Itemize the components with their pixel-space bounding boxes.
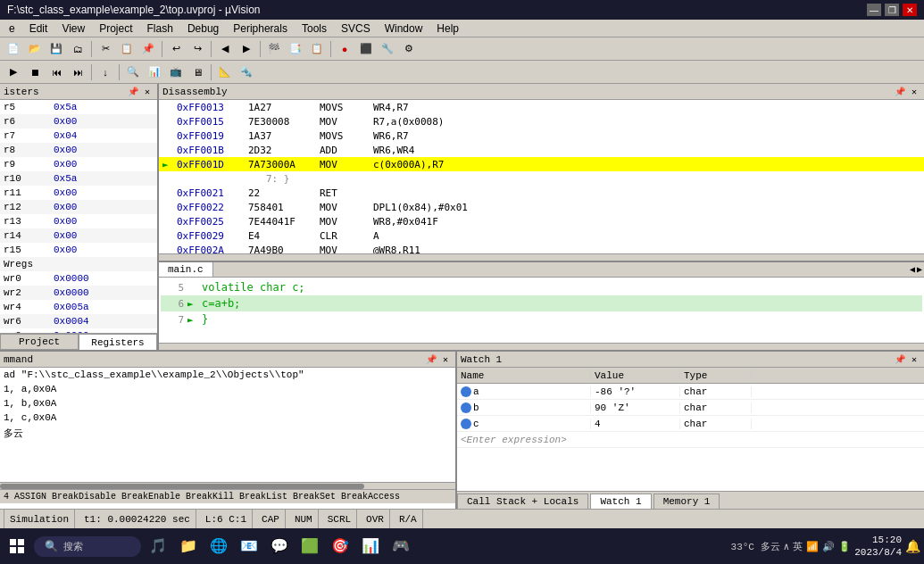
taskbar-app5[interactable]: 💬 (266, 533, 293, 560)
tray-wifi-icon[interactable]: 📶 (806, 541, 819, 552)
taskbar-app6[interactable]: 🟩 (296, 533, 323, 560)
tb-cut[interactable]: ✂ (96, 40, 115, 58)
menu-view[interactable]: View (54, 21, 92, 37)
watch-pin-icon[interactable]: 📌 (894, 353, 906, 366)
tb-undo[interactable]: ↩ (166, 40, 186, 58)
command-close-icon[interactable]: ✕ (439, 353, 452, 366)
tb2-3[interactable]: ⏮ (46, 63, 66, 81)
tb-open[interactable]: 📂 (25, 40, 45, 58)
tb2-6[interactable]: 📊 (145, 63, 164, 81)
source-next-icon[interactable]: ▶ (917, 264, 922, 275)
menu-peripherals[interactable]: Peripherals (226, 21, 295, 37)
disassembly-hscroll[interactable] (159, 253, 924, 261)
minimize-button[interactable]: — (867, 4, 881, 16)
disassembly-pin-icon[interactable]: 📌 (894, 86, 906, 98)
tb-nav-fwd[interactable]: ▶ (237, 40, 256, 58)
watch-col-type-header: Type (680, 370, 752, 381)
watch-enter-expr[interactable]: <Enter expression> (457, 433, 570, 447)
tb-stop[interactable]: ⬛ (356, 40, 376, 58)
tb-nav-back[interactable]: ◀ (215, 40, 235, 58)
tb2-7[interactable]: 📺 (166, 63, 186, 81)
command-header: mmand 📌 ✕ (0, 352, 455, 368)
menu-project[interactable]: Project (92, 21, 139, 37)
tb-bookmark[interactable]: 🏁 (264, 40, 284, 58)
taskbar-app9[interactable]: 🎮 (387, 533, 414, 560)
menu-edit[interactable]: Edit (22, 21, 55, 37)
menu-svcs[interactable]: SVCS (334, 21, 378, 37)
tb-debug[interactable]: 🔧 (378, 40, 397, 58)
taskbar-app7[interactable]: 🎯 (327, 533, 354, 560)
registers-header: isters 📌 ✕ (0, 84, 157, 100)
menu-window[interactable]: Window (378, 21, 430, 37)
taskbar-app2[interactable]: 📁 (175, 533, 202, 560)
menu-flash[interactable]: Flash (140, 21, 180, 37)
dis-row-9: 0xFF0025 7E44041F MOV WR8,#0x041F (159, 214, 924, 228)
tb2-step[interactable]: ↓ (96, 63, 115, 81)
disassembly-panel: Disassembly 📌 ✕ 0xFF0013 1A27 MOVS WR4,R… (159, 84, 924, 261)
start-button[interactable] (4, 533, 30, 560)
source-prev-icon[interactable]: ◀ (910, 264, 915, 275)
watch-content: Name Value Type a -86 '?' char (457, 368, 924, 491)
registers-close-icon[interactable]: ✕ (141, 86, 154, 98)
tb2-1[interactable]: ▶ (4, 63, 23, 81)
tb-saveall[interactable]: 🗂 (68, 40, 87, 58)
tb-copy[interactable]: 📋 (117, 40, 137, 58)
command-pin-icon[interactable]: 📌 (425, 353, 437, 366)
disassembly-close-icon[interactable]: ✕ (908, 86, 920, 98)
tab-memory1[interactable]: Memory 1 (653, 494, 720, 509)
menu-file[interactable]: e (2, 21, 22, 37)
tb-paste[interactable]: 📌 (138, 40, 158, 58)
tb-run[interactable]: ● (335, 40, 354, 58)
tb-settings[interactable]: ⚙ (399, 40, 419, 58)
dis-row-10: 0xFF0029 E4 CLR A (159, 228, 924, 243)
tb-redo[interactable]: ↪ (187, 40, 207, 58)
dis-row-3: 0xFF0019 1A37 MOVS WR6,R7 (159, 129, 924, 143)
notification-icon[interactable]: 🔔 (905, 539, 920, 554)
menu-tools[interactable]: Tools (295, 21, 334, 37)
watch-row-a: a -86 '?' char (457, 384, 924, 400)
search-bar[interactable]: 🔍 搜索 (34, 536, 141, 557)
tb2-10[interactable]: 🔩 (237, 63, 256, 81)
watch-type-c: char (680, 419, 752, 429)
tb2-2[interactable]: ⏹ (25, 63, 45, 81)
toolbar-2: ▶ ⏹ ⏮ ⏭ ↓ 🔍 📊 📺 🖥 📐 🔩 (0, 61, 924, 84)
source-hscroll[interactable] (159, 343, 924, 350)
watch-close-icon[interactable]: ✕ (908, 353, 920, 366)
tb-new[interactable]: 📄 (4, 40, 23, 58)
search-label: 搜索 (63, 540, 83, 553)
time-display[interactable]: 15:20 2023/8/4 (854, 534, 902, 560)
close-button[interactable]: ✕ (903, 4, 917, 16)
tb2-9[interactable]: 📐 (215, 63, 235, 81)
taskbar-app1[interactable]: 🎵 (145, 533, 171, 560)
tb-bookmark3[interactable]: 📋 (307, 40, 327, 58)
watch-enter-expr-row[interactable]: <Enter expression> (457, 432, 924, 448)
tb2-8[interactable]: 🖥 (187, 63, 207, 81)
tab-callstack[interactable]: Call Stack + Locals (457, 494, 588, 509)
tb2-4[interactable]: ⏭ (68, 63, 87, 81)
command-hscrollbar[interactable] (0, 482, 455, 489)
tab-project[interactable]: Project (0, 334, 79, 350)
tab-mainc[interactable]: main.c (159, 262, 213, 277)
menu-help[interactable]: Help (429, 21, 466, 37)
taskbar-app4[interactable]: 📧 (236, 533, 262, 560)
cmd-line-2: 1, a,0x0A (4, 384, 452, 398)
tray-arrow-icon[interactable]: ∧ (784, 541, 790, 552)
taskbar-app3[interactable]: 🌐 (205, 533, 232, 560)
registers-pin-icon[interactable]: 📌 (127, 86, 139, 98)
tb2-5[interactable]: 🔍 (123, 63, 143, 81)
tb-save[interactable]: 💾 (46, 40, 66, 58)
taskbar-app8[interactable]: 📊 (357, 533, 384, 560)
registers-title: isters (4, 87, 39, 97)
menu-debug[interactable]: Debug (180, 21, 226, 37)
clock-time: 15:20 (854, 534, 902, 546)
taskbar-left: 🔍 搜索 🎵 📁 🌐 📧 💬 🟩 🎯 📊 🎮 (4, 533, 414, 560)
command-content: ad "F:\\stc_class_example\\example_2\\Ob… (0, 368, 455, 482)
status-ra: R/A (394, 510, 423, 528)
tab-registers[interactable]: Registers (79, 334, 157, 350)
tab-watch1[interactable]: Watch 1 (590, 494, 651, 509)
top-section: isters 📌 ✕ r50x5a r60x00 r70x04 r80x00 r… (0, 84, 924, 350)
tray-audio-icon[interactable]: 🔊 (822, 541, 835, 552)
maximize-button[interactable]: ❐ (885, 4, 899, 16)
tb-bookmark2[interactable]: 📑 (286, 40, 305, 58)
registers-table: r50x5a r60x00 r70x04 r80x00 r90x00 r100x… (0, 100, 157, 333)
